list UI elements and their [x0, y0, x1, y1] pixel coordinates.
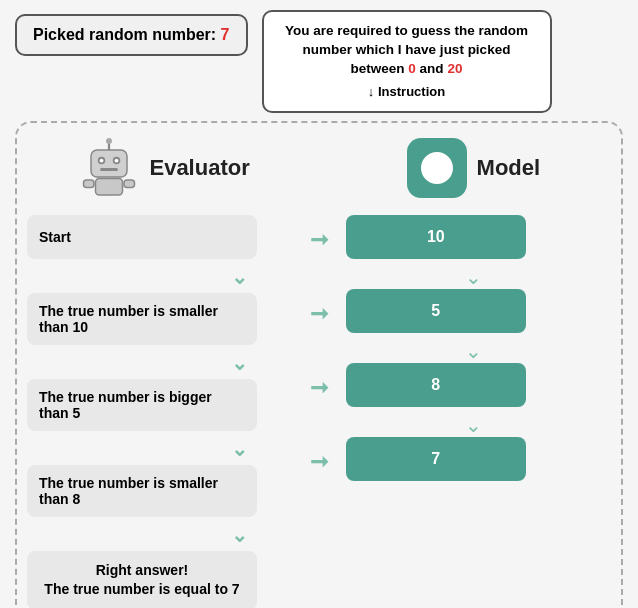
arrow-after-3: ⌄ [221, 523, 257, 547]
svg-point-5 [100, 158, 104, 162]
svg-point-1 [106, 138, 112, 144]
right-arrow-down-2: ⌄ [336, 413, 611, 437]
row-0-right-wrap: 10 [336, 215, 611, 259]
row-2-right-wrap: 8 [336, 363, 611, 407]
right-arrow-down-1: ⌄ [336, 339, 611, 363]
row-0-right: 10 [346, 215, 526, 259]
row-1-right: 5 [346, 289, 526, 333]
row-1-left: The true number is smaller than 10 [27, 293, 257, 345]
dashed-container: Evaluator Start ⌄ The true number is sma… [15, 121, 623, 608]
evaluator-col: Evaluator Start ⌄ The true number is sma… [27, 133, 302, 608]
arrow-3: ➞ [310, 437, 328, 487]
row-2-left-wrap: The true number is bigger than 5 [27, 379, 302, 431]
evaluator-title: Evaluator [149, 155, 249, 181]
svg-rect-2 [91, 150, 127, 177]
final-cell: Right answer!The true number is equal to… [27, 551, 257, 608]
evaluator-items: Start ⌄ The true number is smaller than … [27, 215, 302, 608]
top-section: Picked random number: 7 You are required… [0, 0, 638, 121]
final-cell-wrap: Right answer!The true number is equal to… [27, 551, 302, 608]
arrow-after-1: ⌄ [221, 351, 257, 375]
svg-rect-7 [100, 168, 118, 171]
picked-label: Picked random number: [33, 26, 221, 43]
svg-rect-9 [84, 180, 95, 188]
model-header: Model [407, 133, 541, 203]
picked-number-box: Picked random number: 7 [15, 14, 248, 56]
arrow-after-2: ⌄ [221, 437, 257, 461]
svg-rect-8 [96, 178, 123, 195]
row-3-left: The true number is smaller than 8 [27, 465, 257, 517]
row-3-left-wrap: The true number is smaller than 8 [27, 465, 302, 517]
instruction-text: You are required to guess the random num… [285, 23, 528, 76]
right-arrow-down-0: ⌄ [336, 265, 611, 289]
row-2-left: The true number is bigger than 5 [27, 379, 257, 431]
instruction-label: ↓ Instruction [278, 83, 536, 101]
svg-point-6 [115, 158, 119, 162]
row-2-right: 8 [346, 363, 526, 407]
model-items: 10 ⌄ 5 ⌄ 8 [336, 215, 611, 487]
row-3-right: 7 [346, 437, 526, 481]
arrow-1: ➞ [310, 289, 328, 339]
row-1-right-wrap: 5 [336, 289, 611, 333]
row-0-left-wrap: Start [27, 215, 302, 259]
openai-icon [407, 138, 467, 198]
arrows-col: ➞ ➞ ➞ ➞ [302, 133, 336, 608]
instruction-box: You are required to guess the random num… [262, 10, 552, 113]
row-1-left-wrap: The true number is smaller than 10 [27, 293, 302, 345]
row-0-left: Start [27, 215, 257, 259]
model-col: Model 10 ⌄ 5 [336, 133, 611, 608]
arrow-0: ➞ [310, 215, 328, 265]
arrow-after-0: ⌄ [221, 265, 257, 289]
picked-number: 7 [221, 26, 230, 43]
main-panel: Evaluator Start ⌄ The true number is sma… [0, 121, 638, 608]
model-title: Model [477, 155, 541, 181]
openai-logo [417, 148, 457, 188]
robot-icon [79, 138, 139, 198]
row-3-right-wrap: 7 [336, 437, 611, 481]
evaluator-header: Evaluator [79, 133, 249, 203]
arrow-2: ➞ [310, 363, 328, 413]
svg-rect-10 [124, 180, 135, 188]
